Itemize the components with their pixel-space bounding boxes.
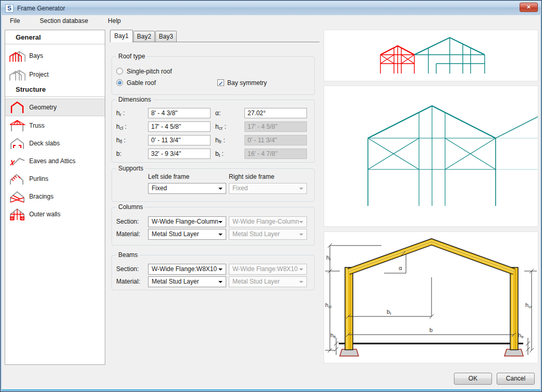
check-icon: ✓: [218, 80, 223, 87]
tab-bay1[interactable]: Bay1: [110, 30, 133, 42]
close-icon[interactable]: ✕: [520, 3, 538, 12]
hcr-input: [244, 121, 307, 132]
bracings-icon: [8, 189, 26, 204]
b-dim-label: b: [429, 327, 433, 333]
hcl-input[interactable]: [148, 121, 211, 132]
columns-material-left-value: Metal Stud Layer: [152, 230, 199, 238]
sidebar-item-label: Eaves and Attics: [29, 157, 76, 165]
left-support-value: Fixed: [152, 185, 167, 192]
columns-material-label: Material:: [116, 230, 140, 238]
sidebar-item-purlins[interactable]: Purlins: [5, 170, 105, 188]
single-pitch-roof-radio[interactable]: [116, 68, 123, 75]
bt-label: bt :: [215, 150, 224, 158]
eaves-attics-icon: [8, 154, 26, 168]
alpha-label: α:: [215, 109, 220, 117]
columns-section-left-select[interactable]: W-Wide Flange-Column: [148, 216, 226, 227]
hr-label: hr :: [116, 109, 125, 117]
sidebar-item-deck-slabs[interactable]: Deck slabs: [5, 134, 105, 152]
hcr-label: hcr :: [215, 123, 226, 131]
sidebar-item-bracings[interactable]: Bracings: [5, 188, 105, 205]
chevron-down-icon: [218, 221, 223, 223]
hr-input[interactable]: [148, 108, 211, 118]
bays-overview-diagram: [324, 30, 538, 81]
columns-material-right-select: Metal Stud Layer: [229, 229, 307, 240]
bay-frame-diagram: [324, 86, 538, 226]
app-icon: S: [5, 4, 14, 13]
sidebar: General Bays Project Structure: [5, 30, 105, 365]
beams-section-label: Section:: [116, 265, 139, 273]
hcl-dim-label: hcl: [325, 302, 331, 309]
left-support-select[interactable]: Fixed: [148, 183, 226, 194]
hfl-dim-label: hfl: [330, 332, 336, 339]
truss-icon: [8, 118, 26, 133]
hfr-dim-label: hfr: [518, 332, 524, 339]
sidebar-item-project[interactable]: Project: [5, 66, 105, 83]
right-support-value: Fixed: [232, 185, 248, 192]
left-side-frame-label: Left side frame: [148, 173, 189, 180]
columns-material-left-select[interactable]: Metal Stud Layer: [148, 229, 226, 240]
columns-section-label: Section:: [116, 218, 139, 225]
sidebar-item-label: Project: [29, 71, 48, 78]
menu-bar: File Section database Help: [2, 15, 540, 27]
chevron-down-icon: [218, 281, 223, 283]
chevron-down-icon: [218, 188, 223, 190]
cancel-button[interactable]: Cancel: [497, 373, 535, 385]
sidebar-item-label: Truss: [29, 122, 45, 129]
single-pitch-roof-label: Single-pitch roof: [127, 68, 172, 75]
columns-section-left-value: W-Wide Flange-Column: [152, 218, 218, 225]
frame-dimension-preview: hr α hcl hcr hfl hfr bt b: [324, 231, 538, 363]
b-input[interactable]: [148, 149, 211, 159]
chevron-down-icon: [218, 268, 223, 271]
tab-bay2[interactable]: Bay2: [133, 31, 155, 42]
dimension-lines: [325, 243, 537, 355]
title-bar: S Frame Generator: [1, 1, 541, 15]
ok-button[interactable]: OK: [454, 373, 492, 385]
columns-title: Columns: [116, 203, 145, 211]
hfr-input: [244, 135, 307, 145]
supports-title: Supports: [116, 165, 145, 172]
hcl-label: hcl :: [116, 123, 127, 131]
chevron-down-icon: [299, 268, 303, 271]
gable-roof-radio[interactable]: [116, 79, 123, 86]
sidebar-item-label: Outer walls: [29, 211, 60, 218]
menu-file[interactable]: File: [5, 15, 25, 27]
sidebar-item-truss[interactable]: Truss: [5, 117, 105, 134]
menu-help[interactable]: Help: [103, 15, 126, 27]
right-support-select: Fixed: [229, 183, 307, 194]
sidebar-item-eaves-attics[interactable]: Eaves and Attics: [5, 152, 105, 170]
columns-material-right-value: Metal Stud Layer: [232, 230, 280, 238]
bay-symmetry-checkbox[interactable]: ✓: [217, 79, 224, 86]
hcr-dim-label: hcr: [525, 302, 532, 309]
chevron-down-icon: [218, 234, 223, 236]
beams-material-left-select[interactable]: Metal Stud Layer: [148, 276, 226, 287]
tab-strip: [110, 42, 319, 42]
alpha-input[interactable]: [244, 108, 307, 118]
sidebar-item-label: Geometry: [29, 104, 57, 111]
bt-dim-label: bt: [387, 309, 391, 316]
footing-shape: [340, 349, 523, 356]
hfr-label: hfr :: [215, 137, 225, 144]
tab-bay3[interactable]: Bay3: [155, 31, 177, 42]
roof-type-title: Roof type: [116, 53, 147, 60]
frame-dimension-diagram: hr α hcl hcr hfl hfr bt b: [324, 232, 538, 363]
chevron-down-icon: [299, 188, 303, 190]
deck-slabs-icon: [8, 136, 26, 151]
chevron-down-icon: [299, 221, 303, 223]
sidebar-header-general: General: [16, 33, 41, 41]
sidebar-item-outer-walls[interactable]: Outer walls: [5, 205, 105, 223]
divider: [5, 96, 105, 97]
columns-section-right-value: W-Wide Flange-Column: [232, 218, 299, 225]
sidebar-item-bays[interactable]: Bays: [5, 47, 105, 65]
menu-section-database[interactable]: Section database: [34, 15, 93, 27]
sidebar-item-geometry[interactable]: Geometry: [5, 99, 105, 116]
beams-section-left-select[interactable]: W-Wide Flange:W8X10: [148, 264, 226, 275]
frame-generator-window: S Frame Generator ✕ File Section databas…: [0, 0, 542, 392]
hfl-input[interactable]: [148, 135, 211, 145]
dimensions-title: Dimensions: [116, 96, 153, 103]
bays-overview-preview: [324, 30, 538, 81]
beams-section-right-value: W-Wide Flange:W8X10: [232, 265, 298, 273]
alpha-dim-label: α: [399, 265, 402, 271]
gable-roof-label: Gable roof: [127, 79, 156, 87]
chevron-down-icon: [299, 281, 303, 283]
beams-material-left-value: Metal Stud Layer: [152, 278, 199, 285]
